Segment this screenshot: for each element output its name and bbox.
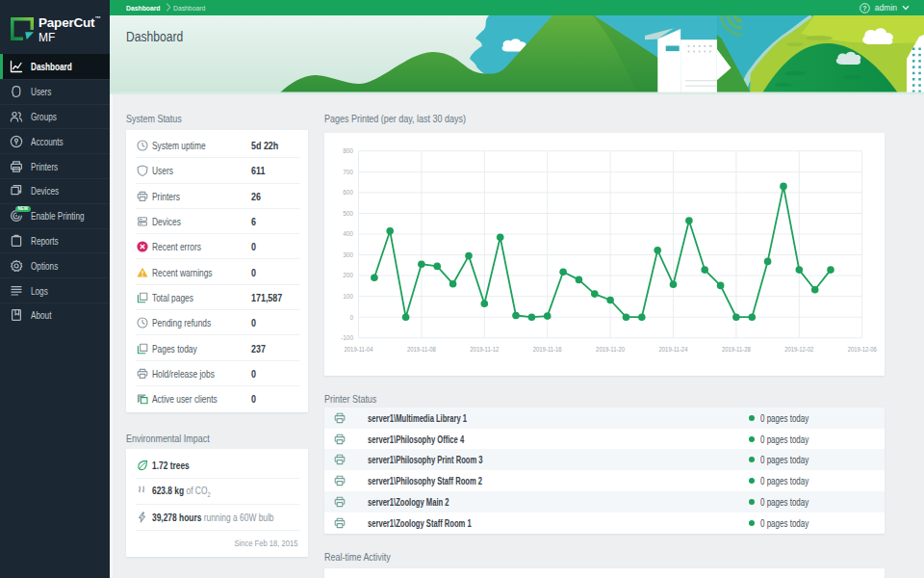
- svg-text:400: 400: [343, 230, 353, 237]
- svg-text:800: 800: [343, 147, 353, 154]
- svg-text:2019-11-24: 2019-11-24: [659, 346, 688, 353]
- svg-text:-100: -100: [341, 334, 353, 341]
- svg-text:2019-12-06: 2019-12-06: [848, 346, 877, 353]
- svg-text:?: ?: [862, 5, 866, 12]
- svg-text:2019-11-12: 2019-11-12: [470, 346, 499, 353]
- svg-text:500: 500: [343, 210, 353, 217]
- svg-text:200: 200: [343, 272, 353, 278]
- svg-text:600: 600: [343, 189, 353, 196]
- svg-text:2019-12-02: 2019-12-02: [784, 346, 813, 353]
- svg-text:100: 100: [343, 293, 353, 300]
- svg-text:2019-11-08: 2019-11-08: [407, 346, 436, 353]
- svg-text:2019-11-04: 2019-11-04: [345, 346, 373, 353]
- svg-text:700: 700: [343, 169, 353, 175]
- svg-text:2019-11-16: 2019-11-16: [533, 346, 562, 353]
- svg-text:0: 0: [349, 314, 353, 321]
- svg-text:300: 300: [343, 251, 353, 258]
- svg-text:2019-11-20: 2019-11-20: [596, 346, 625, 353]
- svg-text:2019-11-28: 2019-11-28: [722, 346, 751, 353]
